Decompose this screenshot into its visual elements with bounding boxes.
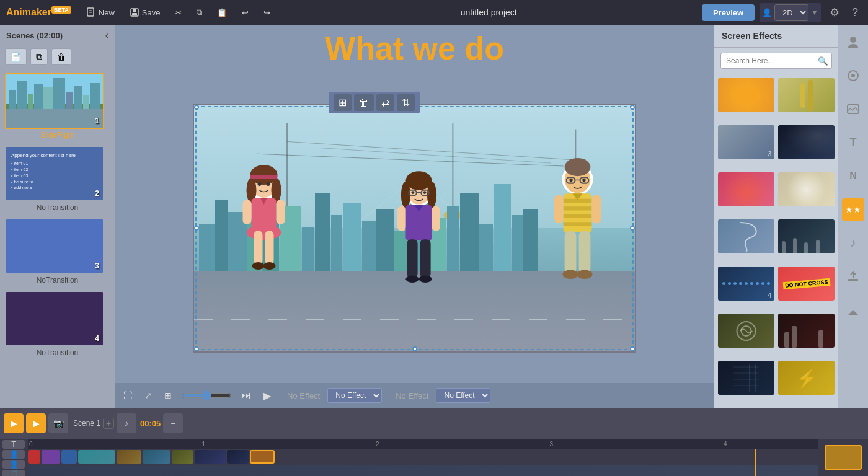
effect-thumb-14[interactable]: ⚡ <box>778 361 835 395</box>
effect-thumb-10[interactable]: DO NOT CROSS <box>778 267 835 301</box>
track-icon-3[interactable]: 🎵 <box>2 470 25 476</box>
music-icon[interactable]: ♪ <box>842 232 864 254</box>
crop-icon[interactable] <box>842 299 864 321</box>
svg-point-36 <box>252 262 265 270</box>
clip-text-3[interactable] <box>61 450 77 464</box>
clip-text-9[interactable] <box>227 450 249 464</box>
add-scene-button[interactable]: 📄 <box>5 48 27 65</box>
clip-text-8[interactable] <box>195 450 226 464</box>
play-button[interactable]: ▶ <box>261 387 273 404</box>
effect-thumb-6[interactable] <box>778 172 835 206</box>
scenes-tools: 📄 ⧉ 🗑 <box>0 46 115 68</box>
track-row-text <box>28 450 818 464</box>
timeline-add-button[interactable]: + <box>103 418 114 429</box>
svg-rect-50 <box>432 206 440 231</box>
props-icon[interactable] <box>842 64 864 87</box>
scene-item-4[interactable]: 4 NoTransition <box>5 291 110 357</box>
scene-item-2[interactable]: Append your content list here • item 01•… <box>5 146 110 212</box>
new-button[interactable]: New <box>81 5 120 20</box>
track-icon-text[interactable]: T <box>2 440 25 449</box>
timeline-camera-button[interactable]: 📷 <box>48 413 68 433</box>
scene-thumb-3[interactable]: 3 <box>5 218 104 274</box>
timeline-playhead[interactable] <box>755 449 756 476</box>
scene-label-2: NoTransition <box>5 203 110 212</box>
characters-icon[interactable] <box>842 31 864 53</box>
effect-thumb-1[interactable] <box>718 78 774 112</box>
adjust-tool-button[interactable]: ⇅ <box>397 94 415 111</box>
fit-screen-button[interactable]: ⛶ <box>121 388 135 403</box>
svg-point-33 <box>247 225 281 240</box>
grid-view-button[interactable]: ⊞ <box>162 388 174 403</box>
scene-thumb-1[interactable]: 1 <box>5 73 104 129</box>
grid-tool-button[interactable]: ⊞ <box>334 94 352 111</box>
track-icon-1[interactable]: 👤 <box>2 450 25 459</box>
clip-text-4[interactable] <box>78 450 115 464</box>
play-step-button[interactable]: ⏭ <box>239 387 254 403</box>
scene-item-3[interactable]: 3 NoTransition <box>5 218 110 284</box>
scene-item-1[interactable]: 1 SlideRight <box>5 73 110 139</box>
main-area: Scenes (02:00) ‹ 📄 ⧉ 🗑 <box>0 25 868 408</box>
track-icon-2[interactable]: 👤 <box>2 460 25 469</box>
effect-thumb-8[interactable] <box>778 219 835 253</box>
project-title: untitled project <box>280 7 697 17</box>
duplicate-scene-button[interactable]: ⧉ <box>30 48 48 65</box>
upload-icon[interactable] <box>842 265 864 288</box>
timeline-play-button[interactable]: ▶ <box>4 413 24 433</box>
timeline-minus-button[interactable]: − <box>163 413 183 433</box>
effect-thumb-11[interactable] <box>718 314 774 348</box>
clip-text-6[interactable] <box>143 450 170 464</box>
clip-text-10[interactable] <box>250 450 275 464</box>
effect-thumb-4[interactable] <box>778 125 835 159</box>
timeline-music-button[interactable]: ♪ <box>117 413 136 433</box>
paste-button[interactable]: 📋 <box>212 6 232 20</box>
screen-effects-icon[interactable]: ★★ <box>842 198 864 221</box>
effect1-select[interactable]: No Effect <box>327 388 382 403</box>
effects-search-button[interactable]: 🔍 <box>818 56 828 66</box>
copy-button[interactable]: ⧉ <box>192 5 207 20</box>
effect-thumb-3[interactable]: 3 <box>718 125 774 159</box>
svg-rect-66 <box>564 214 592 218</box>
effect-thumb-9[interactable]: 4 <box>718 267 774 301</box>
timeline-end-clip[interactable] <box>825 445 862 470</box>
preview-button[interactable]: Preview <box>702 4 755 21</box>
timeline-scene-label: Scene 1 <box>73 419 100 428</box>
svg-point-57 <box>565 158 591 176</box>
zoom-slider[interactable] <box>182 390 231 400</box>
effect-thumb-2[interactable] <box>778 78 835 112</box>
delete-scene-button[interactable]: 🗑 <box>51 48 71 65</box>
view-mode-select[interactable]: 2D3D <box>774 4 808 21</box>
effects-search-input[interactable] <box>720 53 832 69</box>
top-bar: AnimakerBETA New Save ✂ ⧉ 📋 ↩ ↪ untitled… <box>0 0 868 25</box>
flip-tool-button[interactable]: ⇄ <box>376 94 394 111</box>
settings-button[interactable]: ⚙ <box>826 3 843 22</box>
scene-num-2: 2 <box>95 189 99 198</box>
effect-thumb-7[interactable] <box>718 219 774 253</box>
help-button[interactable]: ? <box>848 4 862 22</box>
effect2-select[interactable]: No Effect <box>436 388 490 403</box>
fullscreen-button[interactable]: ⤢ <box>142 388 154 403</box>
text-tool-icon[interactable]: T <box>842 131 864 154</box>
effect-thumb-13[interactable] <box>718 361 774 395</box>
effect-thumb-5[interactable] <box>718 172 774 206</box>
scene-thumb-4[interactable]: 4 <box>5 291 104 346</box>
clip-text-2[interactable] <box>42 450 60 464</box>
clip-text-1[interactable] <box>28 450 40 464</box>
cut-button[interactable]: ✂ <box>170 6 187 20</box>
save-button[interactable]: Save <box>125 5 166 20</box>
scenes-collapse-button[interactable]: ‹ <box>105 30 108 41</box>
clip-text-5[interactable] <box>117 450 141 464</box>
timeline-play2-button[interactable]: ▶ <box>26 413 46 433</box>
delete-tool-button[interactable]: 🗑 <box>354 94 374 111</box>
redo-button[interactable]: ↪ <box>259 6 275 20</box>
smart-move-icon[interactable]: N <box>842 165 864 187</box>
undo-button[interactable]: ↩ <box>237 6 254 20</box>
scene-thumb-2[interactable]: Append your content list here • item 01•… <box>5 146 104 201</box>
effect-thumb-12[interactable] <box>778 314 835 348</box>
svg-rect-4 <box>133 9 136 12</box>
backgrounds-icon[interactable] <box>842 98 864 120</box>
svg-point-46 <box>412 191 415 194</box>
clip-text-7[interactable] <box>172 450 193 464</box>
scenes-title: Scenes (02:00) <box>6 31 63 40</box>
avatar-icon: 👤 <box>762 8 772 17</box>
clip-bg-full[interactable] <box>28 465 818 476</box>
